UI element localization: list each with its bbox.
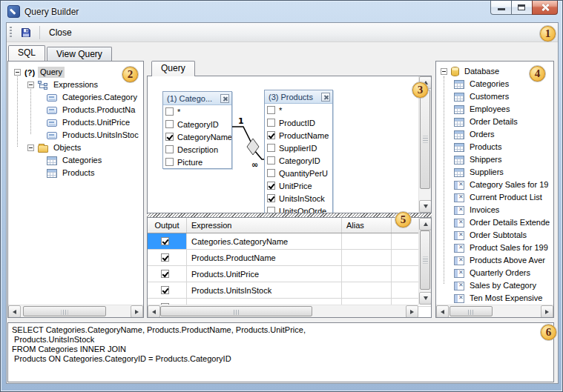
output-checkbox[interactable]	[161, 253, 169, 262]
tree-node-expression[interactable]: Products.UnitPrice	[8, 116, 143, 129]
tree-label[interactable]: Order Subtotals	[467, 230, 529, 241]
collapse-icon[interactable]	[27, 82, 34, 88]
tree-label[interactable]: Suppliers	[467, 167, 506, 178]
table-card-header[interactable]: (1) Catego...	[163, 92, 231, 105]
toolbar-grip[interactable]	[10, 27, 12, 39]
tree-label[interactable]: Categories.Category	[60, 92, 139, 103]
remove-table-icon[interactable]	[321, 93, 330, 102]
alias-cell[interactable]	[342, 250, 392, 265]
scroll-left-button[interactable]	[436, 305, 449, 318]
diagram-canvas[interactable]: (1) Catego... * CategoryID CategoryName …	[147, 76, 432, 213]
tree-label[interactable]: Products Above Aver	[467, 255, 547, 266]
sql-text-box[interactable]: SELECT Categories.CategoryName, Products…	[7, 322, 554, 382]
tree-label[interactable]: Quarterly Orders	[467, 268, 533, 279]
field-checkbox[interactable]	[267, 156, 275, 165]
output-checkbox[interactable]	[161, 237, 169, 245]
field-row[interactable]: UnitsInStock	[265, 192, 332, 205]
field-checkbox[interactable]	[165, 107, 174, 116]
grid-header-alias[interactable]: Alias	[342, 218, 392, 233]
field-row[interactable]: Picture	[163, 156, 231, 168]
database-tree-hscrollbar[interactable]	[436, 305, 553, 317]
grid-header-expression[interactable]: Expression	[187, 218, 342, 233]
field-row[interactable]: UnitPrice	[265, 179, 332, 192]
left-tree-hscrollbar[interactable]	[8, 305, 143, 317]
extra-cell[interactable]	[392, 250, 418, 265]
field-row[interactable]: QuantityPerU	[265, 167, 332, 179]
field-row[interactable]: ProductID	[265, 116, 332, 129]
join-connector[interactable]: 1 ∞	[232, 93, 265, 182]
field-checkbox[interactable]	[165, 145, 174, 153]
tree-label[interactable]: Product Sales for 199	[467, 242, 550, 253]
tree-node-view[interactable]: Invoices	[436, 204, 553, 216]
tree-node-table[interactable]: Customers	[436, 90, 553, 103]
tree-label[interactable]: Orders	[467, 129, 497, 140]
scroll-right-button[interactable]	[131, 305, 143, 318]
field-checkbox[interactable]	[165, 120, 174, 128]
field-checkbox[interactable]	[165, 158, 174, 166]
tree-node-view[interactable]: Ten Most Expensive	[436, 292, 553, 305]
expression-cell[interactable]: Categories.CategoryName	[187, 233, 342, 249]
field-checkbox[interactable]	[267, 194, 275, 202]
field-checkbox[interactable]	[165, 133, 174, 141]
expression-cell[interactable]: Products.ProductName	[187, 250, 342, 265]
output-cell[interactable]	[148, 250, 187, 265]
tree-label-query[interactable]: Query	[38, 67, 65, 78]
extra-cell[interactable]	[392, 282, 418, 298]
tree-node-table[interactable]: Suppliers	[436, 166, 553, 179]
tree-node-objects[interactable]: Objects	[8, 142, 143, 154]
tree-node-view[interactable]: Quarterly Orders	[436, 267, 553, 279]
scroll-thumb[interactable]	[420, 230, 430, 290]
scroll-right-button[interactable]	[541, 305, 553, 318]
tree-label[interactable]: Order Details	[467, 116, 520, 127]
table-card-categories[interactable]: (1) Catego... * CategoryID CategoryName …	[162, 91, 232, 169]
scroll-down-button[interactable]	[419, 200, 432, 213]
output-checkbox[interactable]	[161, 286, 169, 294]
tab-sql[interactable]: SQL	[8, 45, 45, 61]
collapse-icon[interactable]	[441, 68, 447, 75]
output-cell[interactable]	[148, 233, 187, 249]
tree-label-objects[interactable]: Objects	[51, 142, 83, 153]
scroll-right-button[interactable]	[406, 305, 418, 318]
collapse-icon[interactable]	[27, 144, 34, 151]
field-checkbox[interactable]	[267, 144, 275, 152]
tree-label[interactable]: Employees	[467, 104, 512, 115]
field-row[interactable]: CategoryName	[163, 130, 231, 143]
tree-label[interactable]: Shippers	[467, 154, 504, 165]
scroll-thumb[interactable]	[160, 306, 312, 316]
tree-node-object[interactable]: Products	[8, 167, 143, 179]
tree-label[interactable]: Customers	[467, 91, 511, 102]
field-checkbox[interactable]	[267, 207, 275, 213]
tree-node-table[interactable]: Products	[436, 141, 553, 153]
tree-label[interactable]: Order Details Extende	[467, 217, 552, 228]
tree-label[interactable]: Categories	[467, 79, 511, 90]
tree-label[interactable]: Products.ProductNa	[60, 104, 137, 116]
extra-cell[interactable]	[392, 233, 418, 249]
scroll-down-button[interactable]	[419, 292, 432, 305]
tree-node-expression[interactable]: Products.UnitsInStoc	[8, 129, 143, 142]
field-row[interactable]: Description	[163, 143, 231, 156]
field-checkbox[interactable]	[267, 182, 275, 190]
maximize-button[interactable]	[512, 1, 532, 15]
field-row[interactable]: CategoryID	[163, 118, 231, 130]
scroll-thumb[interactable]	[23, 306, 106, 316]
collapse-icon[interactable]	[14, 69, 21, 76]
alias-cell[interactable]	[342, 233, 392, 249]
field-row[interactable]: UnitsOnOrde	[265, 205, 332, 213]
tree-label[interactable]: Ten Most Expensive	[467, 293, 544, 304]
tree-node-table[interactable]: Orders	[436, 128, 553, 141]
field-checkbox[interactable]	[267, 131, 275, 139]
tree-node-view[interactable]: Current Product List	[436, 191, 553, 204]
tree-label[interactable]: Sales by Category	[467, 280, 539, 291]
output-cell[interactable]	[148, 266, 187, 282]
tree-label[interactable]: Category Sales for 19	[467, 179, 550, 190]
expression-cell[interactable]: Products.UnitPrice	[187, 266, 342, 282]
field-row[interactable]: *	[265, 104, 332, 116]
tree-label[interactable]: Products	[467, 142, 504, 153]
save-button[interactable]	[16, 24, 36, 41]
alias-cell[interactable]	[342, 282, 392, 298]
close-query-button[interactable]: Close	[44, 24, 77, 41]
field-row[interactable]: CategoryID	[265, 154, 332, 167]
grid-hscrollbar[interactable]	[148, 305, 418, 317]
remove-table-icon[interactable]	[220, 94, 229, 103]
table-card-products[interactable]: (3) Products * ProductID ProductName Sup…	[264, 90, 333, 213]
